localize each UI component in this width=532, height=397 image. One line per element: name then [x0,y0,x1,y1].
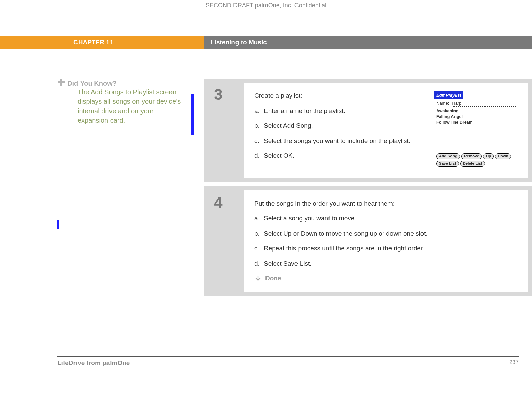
list-marker: d. [254,151,264,161]
plus-icon: ✚ [57,79,64,86]
substep-d: Select Save List. [264,259,312,269]
page-footer: LifeDrive from palmOne 237 [57,356,532,367]
remove-button: Remove [461,153,482,159]
header-spacer [0,36,57,49]
palm-screenshot: Edit Playlist Name: Harp Awakening Falli… [434,91,518,169]
palm-song-list: Awakening Falling Angel Follow The Dream [434,108,518,151]
done-label: Done [265,274,281,283]
change-bar [191,94,194,135]
list-marker: a. [254,214,264,223]
step-lead: Put the songs in the order you want to h… [254,199,518,209]
list-item: Follow The Dream [436,120,516,125]
step-4: 4 Put the songs in the order you want to… [204,186,532,296]
step-body: Create a playlist: a.Enter a name for th… [244,83,528,178]
step-number: 4 [204,186,244,296]
step-body: Put the songs in the order you want to h… [244,190,528,292]
palm-name-label: Name: [436,100,449,107]
palm-name-value: Harp [452,100,516,107]
dyk-body: The Add Songs to Playlist screen display… [77,87,185,125]
section-title: Listening to Music [204,36,532,49]
step-lead: Create a playlist: [254,91,427,101]
confidential-banner: SECOND DRAFT palmOne, Inc. Confidential [0,2,532,9]
substep-a: Select a song you want to move. [264,214,356,223]
step-number: 3 [204,79,244,182]
substep-b: Select Up or Down to move the song up or… [264,229,428,239]
list-marker: a. [254,106,264,116]
chapter-header: CHAPTER 11 Listening to Music [0,36,532,49]
footer-page-number: 237 [509,359,519,367]
list-marker: b. [254,121,264,131]
chapter-label: CHAPTER 11 [57,36,204,49]
add-song-button: Add Song [436,153,460,159]
list-marker: c. [254,244,264,253]
save-list-button: Save List [436,161,459,167]
list-item: Falling Angel [436,114,516,120]
did-you-know-sidebar: ✚ Did You Know? The Add Songs to Playlis… [57,79,185,125]
dyk-title: Did You Know? [67,79,185,87]
palm-button-row: Add Song Remove Up Down Save List Delete… [434,151,518,169]
list-marker: b. [254,229,264,239]
substep-d: Select OK. [264,151,294,161]
down-button: Down [495,153,511,159]
list-item: Awakening [436,108,516,114]
up-button: Up [483,153,494,159]
substep-a: Enter a name for the playlist. [264,106,345,116]
change-bar [57,220,59,229]
substep-c: Repeat this process until the songs are … [264,244,424,253]
list-marker: d. [254,259,264,269]
step-3: 3 Create a playlist: a.Enter a name for … [204,79,532,182]
substep-b: Select Add Song. [264,121,313,131]
palm-window-title: Edit Playlist [434,91,463,99]
delete-list-button: Delete List [460,161,485,167]
list-marker: c. [254,136,264,146]
steps-container: 3 Create a playlist: a.Enter a name for … [204,79,532,301]
done-row: Done [254,274,518,283]
footer-product: LifeDrive from palmOne [57,359,130,367]
done-arrow-icon [254,275,262,282]
substep-c: Select the songs you want to include on … [264,136,410,146]
